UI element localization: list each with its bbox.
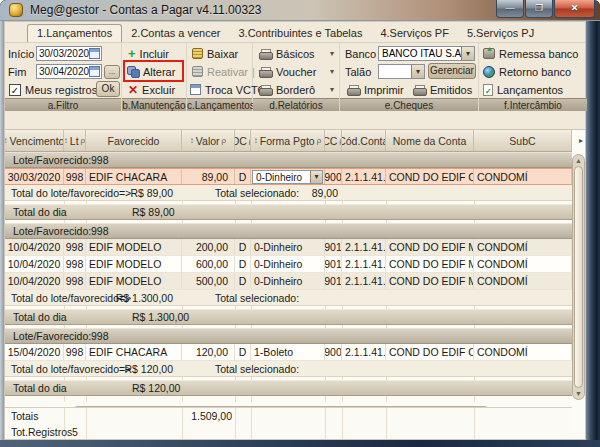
grid-row[interactable]: 10/04/2020998EDIF MODELO200,00D0-Dinheir…	[5, 239, 572, 256]
baixar-button[interactable]: Baixar	[192, 46, 238, 61]
title-bar: Meg@gestor - Contas a Pagar v4.11.00323 …	[0, 0, 600, 21]
grid-footer: Totais 1.509,00 Tot.Registros 5	[5, 407, 572, 439]
talao-label: Talão	[345, 66, 371, 78]
chevron-down-icon[interactable]: ▾	[330, 85, 334, 94]
day-total-band: Total do diaR$ 120,00	[5, 380, 572, 396]
inicio-date-field[interactable]: 30/03/2020	[36, 46, 102, 61]
column-header-cc[interactable]: CCρ	[325, 130, 342, 151]
chevron-down-icon[interactable]: ▾	[310, 171, 322, 183]
grid-row[interactable]: 10/04/2020998EDIF MODELO500,00D0-Dinheir…	[5, 273, 572, 290]
printer-icon	[347, 85, 360, 95]
vertical-scrollbar[interactable]: ▲ ▼	[572, 154, 585, 400]
fim-date-field[interactable]: 30/04/2020	[36, 64, 102, 79]
day-total-value: R$ 89,00	[132, 205, 175, 219]
selected-total-label: Total selecionado:	[215, 290, 299, 305]
grid-cell: 200,00	[182, 239, 235, 255]
tab-contas-a-vencer[interactable]: 2.Contas a vencer	[122, 25, 229, 42]
section-label-intercambio: f.Intercâmbio	[479, 98, 587, 111]
excluir-button[interactable]: ✕ Excluir	[128, 82, 175, 97]
grid-cell: 1-Boleto	[251, 344, 325, 360]
banco-combo[interactable]: BANCO ITAU S.A. ▾	[378, 46, 475, 61]
sort-icon[interactable]: ↕	[64, 136, 68, 145]
sort-icon[interactable]: ↕	[5, 136, 8, 145]
grid-cell: 10/04/2020	[5, 239, 64, 255]
grid-cell: 900	[325, 344, 342, 360]
selected-total-value	[290, 361, 338, 376]
incluir-button[interactable]: + Incluir	[128, 46, 169, 61]
search-icon[interactable]: ρ	[222, 136, 227, 145]
column-header-valor[interactable]: ↕Valorρ	[182, 130, 235, 151]
grid-cell: EDIF MODELO	[86, 256, 182, 272]
column-header-dc[interactable]: DCρ	[235, 130, 251, 151]
more-button[interactable]: ...	[104, 65, 120, 79]
gerenciar-button[interactable]: Gerenciar	[428, 63, 476, 79]
column-header-label: Lt	[70, 135, 79, 147]
tab-contribuintes-e-tabelas[interactable]: 3.Contribuintes e Tabelas	[230, 25, 372, 42]
header-scroll-right-icon[interactable]: ▸	[579, 136, 583, 145]
maximize-button[interactable]: ❐	[525, 0, 553, 18]
calendar-icon[interactable]	[89, 66, 100, 77]
calendar-icon[interactable]	[89, 48, 100, 59]
grid-cell: COND DO EDIF MODELO	[386, 256, 474, 272]
remessa-banco-button[interactable]: Remessa banco	[483, 46, 579, 61]
grid-cell: 901	[325, 256, 342, 272]
grid-cell: EDIF CHACARA	[86, 344, 182, 360]
grid-cell: EDIF MODELO	[86, 239, 182, 255]
column-header-lt[interactable]: ↕Ltρ	[64, 130, 86, 151]
grid-cell: 0-Dinheiro	[251, 256, 325, 272]
basicos-button[interactable]: Básicos	[259, 46, 315, 61]
sort-icon[interactable]: ↕	[254, 136, 258, 145]
column-header-label: Cód.Conta	[342, 135, 386, 147]
grid-row[interactable]: 10/04/2020998EDIF MODELO600,00D0-Dinheir…	[5, 256, 572, 273]
close-button[interactable]: ✕	[554, 0, 595, 18]
chevron-down-icon[interactable]: ▾	[461, 47, 474, 60]
retorno-banco-button[interactable]: Retorno banco	[483, 64, 571, 79]
column-header-vencimento[interactable]: ↕Vencimento	[5, 130, 64, 151]
chevron-down-icon[interactable]: ▾	[330, 67, 334, 76]
day-total-value: R$ 1.300,00	[132, 310, 189, 324]
column-header-label: DC	[235, 135, 247, 147]
forma-pgto-combo[interactable]: 0-Dinheiro▾	[252, 170, 323, 184]
intercambio-lancamentos-button[interactable]: Lançamentos	[483, 82, 563, 97]
tab-lancamentos[interactable]: 1.Lançamentos	[27, 24, 122, 42]
grid-cell: CONDOMÍ	[474, 239, 572, 255]
grid-cell: D	[235, 344, 251, 360]
grid-cell: 998	[64, 344, 86, 360]
meus-registros-checkbox[interactable]: ✓	[9, 84, 21, 96]
bordero-button[interactable]: Borderô	[259, 82, 315, 97]
search-icon[interactable]: ρ	[317, 136, 322, 145]
calendar-swap-icon	[190, 84, 201, 95]
chevron-down-icon[interactable]: ▾	[411, 65, 424, 78]
emitidos-button[interactable]: Emitidos	[413, 82, 472, 97]
talao-combo[interactable]: ▾	[378, 64, 425, 79]
grid-cell: D	[235, 273, 251, 289]
sort-icon[interactable]: ↕	[190, 136, 194, 145]
ok-button[interactable]: Ok	[96, 81, 120, 97]
scroll-up-icon[interactable]: ▲	[573, 157, 584, 164]
search-icon[interactable]: ρ	[81, 136, 86, 145]
vertical-scroll-thumb[interactable]	[574, 166, 583, 388]
column-header-nome-da-conta[interactable]: Nome da Conta	[386, 130, 474, 151]
grid-row[interactable]: 15/04/2020998EDIF CHACARA120,00D1-Boleto…	[5, 344, 572, 361]
day-total-label: Total do dia	[13, 381, 67, 395]
group-band: Lote/Favorecido:998	[5, 328, 572, 344]
tab-servicos-pf[interactable]: 4.Serviços PF	[371, 25, 457, 42]
coins-icon	[192, 48, 203, 59]
section-label-lancamentos: c.Lançamentos	[187, 98, 252, 111]
scroll-down-icon[interactable]: ▼	[573, 390, 584, 397]
section-relatorios: Básicos ▾ Voucher ▾ Borderô ▾ d.Relatóri…	[253, 43, 340, 111]
column-header-subc[interactable]: SubC	[474, 130, 572, 151]
column-header-c-d-conta[interactable]: ↕Cód.Contaρ	[342, 130, 386, 151]
column-header-favorecido[interactable]: Favorecido	[86, 130, 182, 151]
imprimir-button[interactable]: Imprimir	[347, 82, 404, 97]
tab-bar: 1.Lançamentos 2.Contas a vencer 3.Contri…	[5, 23, 585, 42]
grid-cell: EDIF CHACARA	[86, 169, 182, 184]
grid-cell: CONDOMÍ	[474, 169, 572, 184]
grid-row[interactable]: 30/03/2020998EDIF CHACARA89,00D0-Dinheir…	[5, 168, 572, 185]
group-label: Lote/Favorecido:	[13, 153, 91, 167]
tab-servicos-pj[interactable]: 5.Serviços PJ	[458, 25, 543, 42]
voucher-button[interactable]: Voucher	[259, 64, 316, 79]
column-header-forma-pgto[interactable]: ↕Forma Pgtoρ	[251, 130, 325, 151]
minimize-button[interactable]: —	[496, 0, 524, 18]
chevron-down-icon[interactable]: ▾	[330, 49, 334, 58]
